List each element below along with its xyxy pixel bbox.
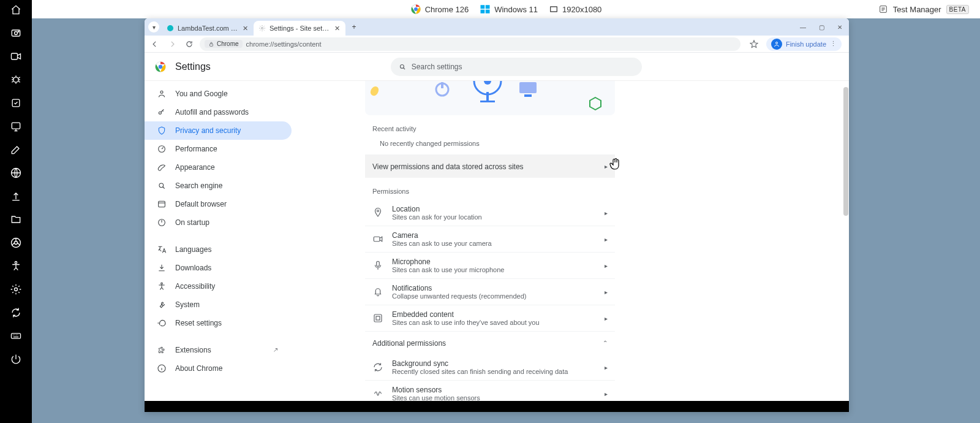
perm-label: Notifications <box>392 284 596 292</box>
nav-downloads[interactable]: Downloads <box>145 259 292 277</box>
finish-update-label: Finish update <box>786 40 826 48</box>
nav-label: On startup <box>175 218 209 227</box>
permission-microphone[interactable]: MicrophoneSites can ask to use your micr… <box>365 252 615 278</box>
perm-sub: Sites can use motion sensors <box>392 394 596 401</box>
nav-about[interactable]: About Chrome <box>145 359 292 378</box>
permission-embedded[interactable]: Embedded contentSites can ask to use inf… <box>365 305 615 331</box>
box-icon[interactable] <box>10 97 22 109</box>
settings-nav: You and GoogleAutofill and passwordsPriv… <box>145 81 292 401</box>
nav-label: Languages <box>175 245 211 254</box>
screen-icon[interactable] <box>10 120 22 132</box>
chrome-tool-icon[interactable] <box>10 237 22 249</box>
nav-appearance[interactable]: Appearance <box>145 158 292 177</box>
nav-reset[interactable]: Reset settings <box>145 314 292 332</box>
omnibox[interactable]: Chrome chrome://settings/content <box>200 37 741 51</box>
folder-icon[interactable] <box>10 213 22 226</box>
window-minimize-button[interactable]: — <box>794 18 812 36</box>
chevron-right-icon: ▸ <box>605 163 608 170</box>
a11y-tool-icon[interactable] <box>10 260 22 272</box>
chevron-right-icon: ▸ <box>605 315 608 322</box>
settings-content-scroll[interactable]: Recent activity No recently changed perm… <box>292 81 849 401</box>
forward-button[interactable] <box>165 37 179 51</box>
nav-label: Privacy and security <box>175 126 241 135</box>
bug-icon[interactable] <box>10 74 22 86</box>
permissions-heading: Permissions <box>365 178 615 200</box>
external-link-icon <box>272 346 279 354</box>
reload-button[interactable] <box>183 37 196 51</box>
permission-location[interactable]: LocationSites can ask for your location▸ <box>365 200 615 226</box>
nav-autofill[interactable]: Autofill and passwords <box>145 103 292 121</box>
bookmark-button[interactable] <box>748 38 760 50</box>
settings-search[interactable]: Search settings <box>391 58 642 76</box>
perm-label: Embedded content <box>392 310 596 319</box>
sync-icon <box>372 362 383 373</box>
resolution-icon <box>549 4 559 14</box>
globe-icon[interactable] <box>10 167 22 179</box>
gauge-icon <box>157 144 167 154</box>
permission-motion[interactable]: Motion sensorsSites can use motion senso… <box>365 380 615 401</box>
perm-sub: Recently closed sites can finish sending… <box>392 368 596 375</box>
video-icon[interactable] <box>10 50 22 63</box>
power-tool-icon[interactable] <box>10 353 22 365</box>
svg-rect-33 <box>551 7 556 12</box>
view-all-sites-row[interactable]: View permissions and data stored across … <box>365 154 615 178</box>
profile-finish-update[interactable]: Finish update ⋮ <box>766 37 842 51</box>
chrome-window: ▾ LambdaTest.com - Get Started ✕ Setting… <box>145 18 849 412</box>
scrollbar-track[interactable] <box>843 81 849 401</box>
embed-icon <box>372 313 383 324</box>
nav-search[interactable]: Search engine <box>145 177 292 195</box>
session-topbar: Chrome 126 Windows 11 1920x1080 Test Man… <box>32 0 980 18</box>
permission-bgsync[interactable]: Background syncRecently closed sites can… <box>365 354 615 380</box>
svg-rect-45 <box>524 94 532 97</box>
additional-permissions-toggle[interactable]: Additional permissions ⌃ <box>365 331 615 354</box>
nav-performance[interactable]: Performance <box>145 140 292 158</box>
permissions-banner <box>365 81 615 115</box>
nav-languages[interactable]: Languages <box>145 240 292 259</box>
nav-startup[interactable]: On startup <box>145 213 292 232</box>
nav-label: You and Google <box>175 90 228 98</box>
gear-icon[interactable] <box>10 283 22 295</box>
nav-system[interactable]: System <box>145 295 292 314</box>
pin-icon <box>372 207 383 218</box>
keyboard-icon[interactable] <box>10 330 22 342</box>
site-info-chip[interactable]: Chrome <box>205 40 243 48</box>
window-close-button[interactable]: ✕ <box>831 18 849 36</box>
nav-you[interactable]: You and Google <box>145 85 292 103</box>
back-button[interactable] <box>148 37 162 51</box>
tab-settings[interactable]: Settings - Site settings ✕ <box>254 21 345 36</box>
new-tab-button[interactable]: + <box>348 21 360 33</box>
scrollbar-thumb[interactable] <box>843 87 848 216</box>
nav-label: Autofill and passwords <box>175 108 249 116</box>
chevron-right-icon: ▸ <box>605 262 608 269</box>
perm-sub: Sites can ask to use info they've saved … <box>392 319 596 326</box>
tab-close-button[interactable]: ✕ <box>333 25 341 32</box>
tab-search-button[interactable]: ▾ <box>148 21 159 32</box>
chevron-right-icon: ▸ <box>605 364 608 371</box>
camera-icon[interactable] <box>10 27 22 39</box>
svg-rect-30 <box>481 10 485 13</box>
permission-notifications[interactable]: NotificationsCollapse unwanted requests … <box>365 278 615 305</box>
resolution-info: 1920x1080 <box>549 4 601 14</box>
windows-icon <box>480 4 491 15</box>
nav-privacy[interactable]: Privacy and security <box>145 121 292 140</box>
nav-label: System <box>175 300 200 309</box>
browser-menu-button[interactable]: ⋮ <box>830 40 837 48</box>
nav-default[interactable]: Default browser <box>145 195 292 213</box>
tab-close-button[interactable]: ✕ <box>241 25 249 32</box>
url-text: chrome://settings/content <box>246 40 322 48</box>
tab-lambdatest[interactable]: LambdaTest.com - Get Started ✕ <box>162 21 254 36</box>
edit-icon[interactable] <box>10 143 22 156</box>
nav-extensions[interactable]: Extensions <box>145 341 292 359</box>
upload-icon[interactable] <box>10 190 22 202</box>
window-maximize-button[interactable]: ▢ <box>812 18 831 36</box>
svg-point-27 <box>414 7 418 11</box>
permission-camera[interactable]: CameraSites can ask to use your camera▸ <box>365 226 615 252</box>
chrome-icon <box>410 4 421 15</box>
svg-rect-31 <box>486 10 490 13</box>
home-icon[interactable] <box>10 4 22 16</box>
test-manager-label[interactable]: Test Manager <box>893 5 941 14</box>
perm-sub: Sites can ask to use your camera <box>392 240 596 247</box>
refresh-tool-icon[interactable] <box>10 307 22 319</box>
perm-sub: Collapse unwanted requests (recommended) <box>392 292 596 300</box>
nav-accessibility[interactable]: Accessibility <box>145 277 292 295</box>
